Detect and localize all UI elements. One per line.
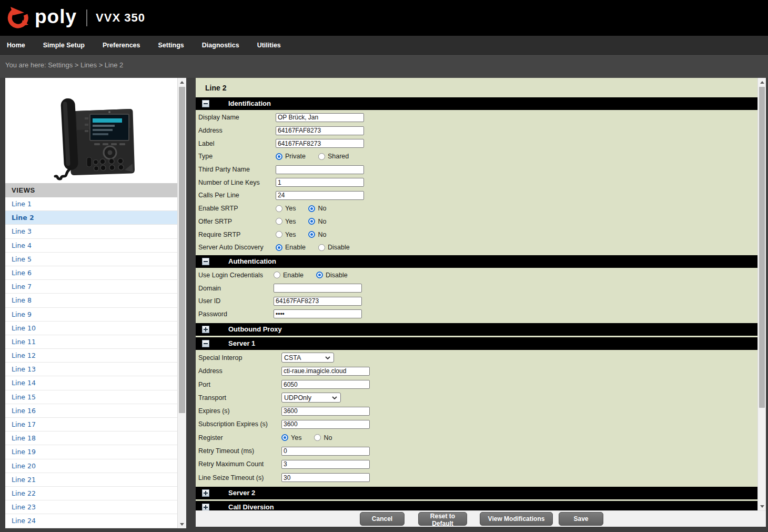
- sidebar-item-line-9[interactable]: Line 9: [5, 308, 177, 322]
- password-input[interactable]: [274, 309, 362, 318]
- field-label: Expires (s): [198, 407, 281, 415]
- sidebar-item-line-12[interactable]: Line 12: [5, 349, 177, 363]
- expand-icon[interactable]: [202, 326, 209, 333]
- sidebar-item-line-6[interactable]: Line 6: [5, 266, 177, 280]
- sidebar-item-line-21[interactable]: Line 21: [5, 473, 177, 487]
- register-yes-radio[interactable]: Yes: [281, 434, 301, 441]
- collapse-icon[interactable]: [202, 258, 209, 265]
- field-label: Password: [198, 310, 274, 318]
- server-auto-discovery-enable-radio[interactable]: Enable: [276, 244, 306, 251]
- nav-settings[interactable]: Settings: [149, 36, 193, 55]
- expires-input[interactable]: [281, 407, 370, 416]
- poly-logo-icon: [6, 6, 31, 30]
- subscription-expires-input[interactable]: [281, 420, 370, 429]
- nav-diagnostics[interactable]: Diagnostics: [193, 36, 248, 55]
- view-modifications-button[interactable]: View Modifications: [480, 512, 553, 526]
- scrollbar-thumb[interactable]: [759, 87, 765, 408]
- address-input[interactable]: [276, 126, 364, 135]
- sidebar-item-line-8[interactable]: Line 8: [5, 294, 177, 307]
- sidebar-item-line-5[interactable]: Line 5: [5, 253, 177, 266]
- brand-divider: [86, 9, 87, 26]
- calls-per-line-input[interactable]: [276, 191, 364, 200]
- field-row: Transport UDPOnly: [196, 391, 757, 404]
- user-id-input[interactable]: [274, 297, 362, 306]
- sidebar-item-line-14[interactable]: Line 14: [5, 376, 177, 390]
- field-label: User ID: [198, 297, 274, 305]
- enable-srtp-no-radio[interactable]: No: [308, 205, 326, 212]
- scroll-up-icon[interactable]: [178, 78, 186, 86]
- scrollbar-thumb[interactable]: [179, 87, 185, 413]
- offer-srtp-no-radio[interactable]: No: [308, 218, 326, 225]
- sidebar-item-line-7[interactable]: Line 7: [5, 280, 177, 294]
- breadcrumb: You are here: Settings > Lines > Line 2: [0, 55, 768, 69]
- sidebar-item-line-23[interactable]: Line 23: [5, 500, 177, 514]
- main-scrollbar[interactable]: [757, 78, 766, 510]
- section-authentication: Use Login Credentials Enable Disable Dom…: [196, 268, 757, 322]
- field-row: Offer SRTP Yes No: [196, 215, 757, 228]
- type-private-radio[interactable]: Private: [276, 153, 306, 160]
- sidebar-item-line-18[interactable]: Line 18: [5, 431, 177, 445]
- breadcrumb-bar: You are here: Settings > Lines > Line 2: [0, 55, 768, 78]
- field-label: Number of Line Keys: [198, 179, 276, 186]
- field-row: Require SRTP Yes No: [196, 228, 757, 241]
- require-srtp-yes-radio[interactable]: Yes: [276, 231, 296, 238]
- radio-icon: [318, 244, 325, 251]
- special-interop-select[interactable]: CSTA: [281, 353, 334, 363]
- retry-maximum-count-input[interactable]: [281, 460, 370, 469]
- nav-simple-setup[interactable]: Simple Setup: [34, 36, 94, 55]
- reset-to-default-button[interactable]: Reset to Default: [418, 512, 467, 526]
- register-no-radio[interactable]: No: [314, 434, 332, 441]
- sidebar-scrollbar[interactable]: [177, 78, 186, 528]
- enable-srtp-yes-radio[interactable]: Yes: [276, 205, 296, 212]
- offer-srtp-yes-radio[interactable]: Yes: [276, 218, 296, 225]
- sidebar-item-line-4[interactable]: Line 4: [5, 239, 177, 253]
- main-panel: Line 2 Identification Display Name Addre…: [196, 78, 766, 527]
- sidebar-item-line-1[interactable]: Line 1: [5, 197, 177, 211]
- sidebar-item-line-10[interactable]: Line 10: [5, 322, 177, 335]
- nav-preferences[interactable]: Preferences: [94, 36, 149, 55]
- sidebar-item-line-20[interactable]: Line 20: [5, 459, 177, 473]
- type-shared-radio[interactable]: Shared: [318, 153, 349, 160]
- scroll-down-icon[interactable]: [178, 520, 186, 528]
- line-list: Line 1 Line 2 Line 3 Line 4 Line 5 Line …: [5, 197, 177, 528]
- field-label: Line Seize Timeout (s): [198, 474, 281, 481]
- cancel-button[interactable]: Cancel: [360, 512, 405, 526]
- line-seize-timeout-input[interactable]: [281, 473, 370, 482]
- sidebar-item-line-11[interactable]: Line 11: [5, 335, 177, 349]
- sidebar-item-line-15[interactable]: Line 15: [5, 390, 177, 404]
- server-address-input[interactable]: [281, 367, 370, 376]
- expand-icon[interactable]: [202, 489, 209, 497]
- number-of-line-keys-input[interactable]: [276, 178, 364, 187]
- scroll-up-icon[interactable]: [758, 78, 766, 86]
- label-input[interactable]: [276, 139, 364, 148]
- field-row: Calls Per Line: [196, 189, 757, 202]
- line-settings-form: Line 2 Identification Display Name Addre…: [196, 78, 757, 514]
- collapse-icon[interactable]: [202, 340, 209, 347]
- require-srtp-no-radio[interactable]: No: [308, 231, 326, 238]
- sidebar-item-line-19[interactable]: Line 19: [5, 445, 177, 459]
- field-label: Type: [198, 153, 276, 160]
- use-login-credentials-disable-radio[interactable]: Disable: [316, 272, 348, 279]
- field-label: Transport: [198, 394, 281, 401]
- scroll-down-icon[interactable]: [758, 502, 766, 510]
- collapse-icon[interactable]: [202, 100, 209, 107]
- save-button[interactable]: Save: [559, 512, 603, 526]
- display-name-input[interactable]: [276, 113, 364, 122]
- sidebar-item-line-3[interactable]: Line 3: [5, 225, 177, 238]
- domain-input[interactable]: [274, 284, 362, 293]
- nav-home[interactable]: Home: [0, 36, 34, 55]
- sidebar-item-line-24[interactable]: Line 24: [5, 514, 177, 528]
- sidebar-item-line-16[interactable]: Line 16: [5, 404, 177, 418]
- third-party-name-input[interactable]: [276, 165, 364, 174]
- server-auto-discovery-disable-radio[interactable]: Disable: [318, 244, 350, 251]
- sidebar-item-line-2[interactable]: Line 2: [5, 211, 177, 225]
- use-login-credentials-enable-radio[interactable]: Enable: [274, 272, 304, 279]
- transport-select[interactable]: UDPOnly: [281, 393, 341, 403]
- nav-utilities[interactable]: Utilities: [248, 36, 290, 55]
- retry-timeout-input[interactable]: [281, 447, 370, 456]
- field-row: Address: [196, 365, 757, 378]
- sidebar-item-line-13[interactable]: Line 13: [5, 363, 177, 376]
- sidebar-item-line-22[interactable]: Line 22: [5, 487, 177, 500]
- port-input[interactable]: [281, 380, 370, 389]
- sidebar-item-line-17[interactable]: Line 17: [5, 418, 177, 431]
